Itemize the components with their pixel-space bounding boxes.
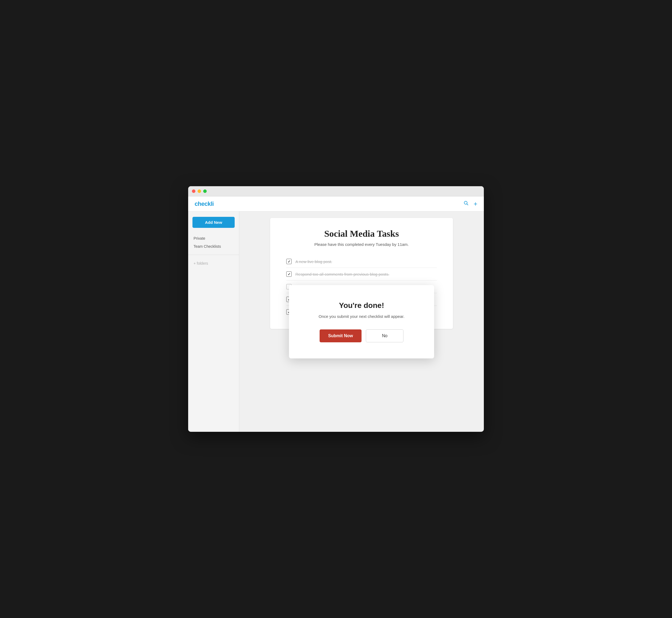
app-logo: checkli bbox=[195, 200, 214, 207]
sidebar-divider bbox=[188, 255, 239, 255]
sidebar-item-private[interactable]: Private bbox=[188, 234, 239, 242]
app-window: checkli + Add New Private Team Checklist… bbox=[188, 186, 484, 432]
sidebar-item-team-checklists[interactable]: Team Checklists bbox=[188, 242, 239, 250]
svg-line-1 bbox=[467, 204, 468, 205]
app-header: checkli + bbox=[188, 196, 484, 211]
folders-link[interactable]: + folders bbox=[188, 259, 239, 267]
app-body: Add New Private Team Checklists + folder… bbox=[188, 211, 484, 432]
modal-subtitle: Once you submit your next checklist will… bbox=[310, 314, 413, 319]
close-button[interactable] bbox=[192, 189, 195, 193]
titlebar bbox=[188, 186, 484, 196]
minimize-button[interactable] bbox=[198, 189, 201, 193]
submit-now-button[interactable]: Submit Now bbox=[319, 329, 362, 342]
maximize-button[interactable] bbox=[203, 189, 207, 193]
add-icon[interactable]: + bbox=[474, 201, 477, 207]
modal-actions: Submit Now No bbox=[310, 329, 413, 342]
modal-title: You're done! bbox=[310, 301, 413, 310]
no-button[interactable]: No bbox=[366, 329, 403, 342]
sidebar-nav: Private Team Checklists bbox=[188, 234, 239, 250]
search-icon[interactable] bbox=[463, 200, 469, 207]
completion-modal: You're done! Once you submit your next c… bbox=[289, 285, 434, 358]
add-new-button[interactable]: Add New bbox=[192, 217, 235, 228]
header-actions: + bbox=[463, 200, 477, 207]
modal-overlay: You're done! Once you submit your next c… bbox=[239, 211, 484, 432]
traffic-lights bbox=[192, 189, 207, 193]
sidebar: Add New Private Team Checklists + folder… bbox=[188, 211, 239, 432]
main-content: Social Media Tasks Please have this comp… bbox=[239, 211, 484, 432]
